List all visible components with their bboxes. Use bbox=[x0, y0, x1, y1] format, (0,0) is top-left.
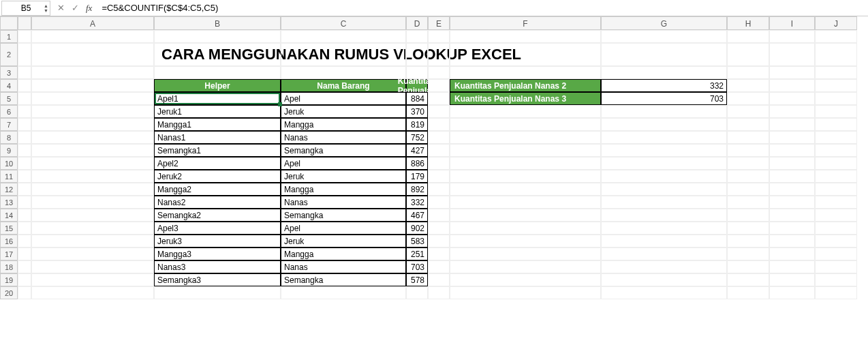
lookup-value-0[interactable]: 332 bbox=[601, 79, 727, 92]
cell-H8[interactable] bbox=[727, 131, 769, 144]
qty-1[interactable]: 370 bbox=[406, 105, 428, 118]
cell-J2[interactable] bbox=[815, 43, 857, 66]
cell-D20[interactable] bbox=[406, 286, 428, 299]
cell-blank[interactable] bbox=[18, 79, 31, 92]
cell-H3[interactable] bbox=[727, 66, 769, 79]
cell-blank[interactable] bbox=[18, 30, 31, 43]
qty-3[interactable]: 752 bbox=[406, 131, 428, 144]
cell-F2[interactable] bbox=[450, 43, 601, 66]
cell-B2[interactable]: CARA MENGGUNAKAN RUMUS VLOOKUP EXCEL bbox=[154, 43, 281, 66]
row-header-6[interactable]: 6 bbox=[0, 105, 18, 118]
cell-J4[interactable] bbox=[815, 79, 857, 92]
cell-I2[interactable] bbox=[769, 43, 815, 66]
cell-H11[interactable] bbox=[727, 170, 769, 183]
cell-A8[interactable] bbox=[31, 131, 154, 144]
cell-blank[interactable] bbox=[18, 222, 31, 235]
header-kuantitas[interactable]: Kuantitas Penjualan bbox=[406, 79, 428, 92]
cell-blank[interactable] bbox=[18, 286, 31, 299]
cell-J14[interactable] bbox=[815, 209, 857, 222]
cell-G18[interactable] bbox=[601, 260, 727, 273]
cell-E4[interactable] bbox=[428, 79, 450, 92]
cell-J10[interactable] bbox=[815, 157, 857, 170]
cell-I15[interactable] bbox=[769, 222, 815, 235]
cell-A3[interactable] bbox=[31, 66, 154, 79]
cell-J3[interactable] bbox=[815, 66, 857, 79]
cell-A5[interactable] bbox=[31, 92, 154, 105]
header-nama-barang[interactable]: Nama Barang bbox=[281, 79, 406, 92]
cell-E2[interactable] bbox=[428, 43, 450, 66]
cell-H16[interactable] bbox=[727, 235, 769, 247]
cell-I1[interactable] bbox=[769, 30, 815, 43]
helper-3[interactable]: Nanas1 bbox=[154, 131, 281, 144]
cell-H7[interactable] bbox=[727, 118, 769, 131]
cell-E20[interactable] bbox=[428, 286, 450, 299]
cell-G3[interactable] bbox=[601, 66, 727, 79]
cell-I16[interactable] bbox=[769, 235, 815, 247]
nama-2[interactable]: Mangga bbox=[281, 118, 406, 131]
row-header-5[interactable]: 5 bbox=[0, 92, 18, 105]
nama-3[interactable]: Nanas bbox=[281, 131, 406, 144]
cell-G8[interactable] bbox=[601, 131, 727, 144]
cell-G13[interactable] bbox=[601, 196, 727, 209]
cell-A1[interactable] bbox=[31, 30, 154, 43]
helper-6[interactable]: Jeruk2 bbox=[154, 170, 281, 183]
cell-A13[interactable] bbox=[31, 196, 154, 209]
cell-A9[interactable] bbox=[31, 144, 154, 157]
cell-A14[interactable] bbox=[31, 209, 154, 222]
cell-A20[interactable] bbox=[31, 286, 154, 299]
cell-E1[interactable] bbox=[428, 30, 450, 43]
nama-12[interactable]: Mangga bbox=[281, 247, 406, 260]
cell-C1[interactable] bbox=[281, 30, 406, 43]
cell-H17[interactable] bbox=[727, 247, 769, 260]
cell-I6[interactable] bbox=[769, 105, 815, 118]
lookup-value-1[interactable]: 703 bbox=[601, 92, 727, 105]
select-all-corner[interactable] bbox=[0, 16, 18, 30]
cell-J12[interactable] bbox=[815, 183, 857, 196]
column-header-D[interactable]: D bbox=[406, 16, 428, 30]
cell-G11[interactable] bbox=[601, 170, 727, 183]
cell-D2[interactable] bbox=[406, 43, 428, 66]
helper-11[interactable]: Jeruk3 bbox=[154, 235, 281, 247]
cell-A10[interactable] bbox=[31, 157, 154, 170]
helper-1[interactable]: Jeruk1 bbox=[154, 105, 281, 118]
qty-0[interactable]: 884 bbox=[406, 92, 428, 105]
cell-H1[interactable] bbox=[727, 30, 769, 43]
cell-G17[interactable] bbox=[601, 247, 727, 260]
qty-8[interactable]: 332 bbox=[406, 196, 428, 209]
cell-A6[interactable] bbox=[31, 105, 154, 118]
cell-G12[interactable] bbox=[601, 183, 727, 196]
cell-H15[interactable] bbox=[727, 222, 769, 235]
qty-14[interactable]: 578 bbox=[406, 273, 428, 286]
cell-A16[interactable] bbox=[31, 235, 154, 247]
cell-G1[interactable] bbox=[601, 30, 727, 43]
lookup-label-1[interactable]: Kuantitas Penjualan Nanas 3 bbox=[450, 92, 601, 105]
cell-G15[interactable] bbox=[601, 222, 727, 235]
cell-H6[interactable] bbox=[727, 105, 769, 118]
row-header-16[interactable]: 16 bbox=[0, 235, 18, 247]
cell-E6[interactable] bbox=[428, 105, 450, 118]
cell-F3[interactable] bbox=[450, 66, 601, 79]
cell-J18[interactable] bbox=[815, 260, 857, 273]
row-header-8[interactable]: 8 bbox=[0, 131, 18, 144]
header-helper[interactable]: Helper bbox=[154, 79, 281, 92]
cell-H18[interactable] bbox=[727, 260, 769, 273]
cell-I14[interactable] bbox=[769, 209, 815, 222]
row-header-20[interactable]: 20 bbox=[0, 286, 18, 299]
cell-B3[interactable] bbox=[154, 66, 281, 79]
cell-J11[interactable] bbox=[815, 170, 857, 183]
nama-5[interactable]: Apel bbox=[281, 157, 406, 170]
cell-A18[interactable] bbox=[31, 260, 154, 273]
cell-J17[interactable] bbox=[815, 247, 857, 260]
row-header-11[interactable]: 11 bbox=[0, 170, 18, 183]
cell-I19[interactable] bbox=[769, 273, 815, 286]
cell-J19[interactable] bbox=[815, 273, 857, 286]
row-header-12[interactable]: 12 bbox=[0, 183, 18, 196]
nama-0[interactable]: Apel bbox=[281, 92, 406, 105]
cell-E13[interactable] bbox=[428, 196, 450, 209]
cell-E9[interactable] bbox=[428, 144, 450, 157]
cell-J1[interactable] bbox=[815, 30, 857, 43]
lookup-label-0[interactable]: Kuantitas Penjualan Nanas 2 bbox=[450, 79, 601, 92]
cell-E12[interactable] bbox=[428, 183, 450, 196]
spreadsheet[interactable]: ABCDEFGHIJ12CARA MENGGUNAKAN RUMUS VLOOK… bbox=[0, 16, 868, 299]
cell-J20[interactable] bbox=[815, 286, 857, 299]
